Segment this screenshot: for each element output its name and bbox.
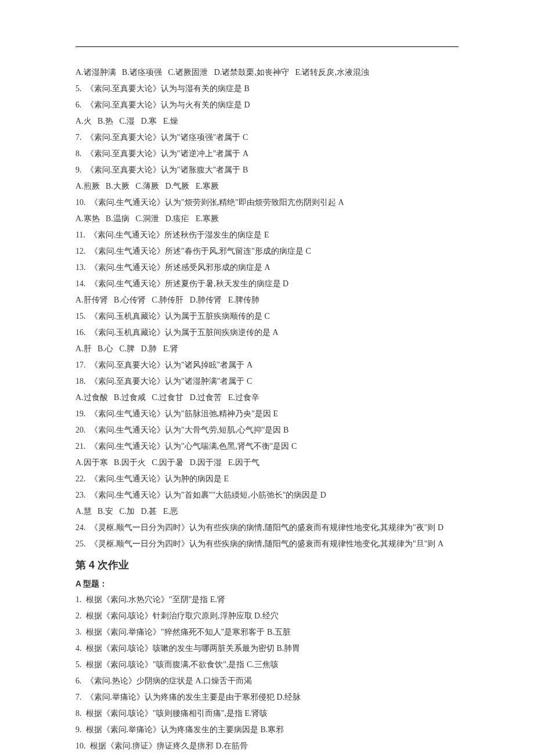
content-block-2: 1. 根据《素问.水热穴论》"至阴"是指 E.肾 2. 根据《素问.咳论》针刺治…	[75, 592, 459, 756]
text-line: 18. 《素问.至真要大论》认为"诸湿肿满"者属于 C	[75, 373, 459, 390]
text-line: A.寒热 B.温病 C.洞泄 D.痎疟 E.寒厥	[75, 211, 459, 227]
text-line: 7. 《素问.至真要大论》认为"诸痉项强"者属于 C	[75, 129, 459, 146]
text-line: 8. 根据《素问.咳论》"咳则腰痛相引而痛",是指 E.肾咳	[75, 705, 459, 722]
text-line: 24. 《灵枢.顺气一日分为四时》认为有些疾病的病情,随阳气的盛衰而有规律性地变…	[75, 520, 459, 536]
text-line: 9. 根据《素问.举痛论》认为疼痛发生的主要病因是 B.寒邪	[75, 722, 459, 738]
text-line: A.过食酸 B.过食咸 C.过食甘 D.过食苦 E.过食辛	[75, 390, 459, 406]
question-type-heading: A 型题：	[75, 575, 459, 592]
text-line: 1. 根据《素问.水热穴论》"至阴"是指 E.肾	[75, 592, 459, 608]
text-line: 2. 根据《素问.咳论》针刺治疗取穴原则,浮肿应取 D.经穴	[75, 608, 459, 624]
text-line: 6. 《素问.热论》少阴病的症状是 A.口燥舌干而渴	[75, 673, 459, 689]
text-line: 7. 《素问.举痛论》认为疼痛的发生主要是由于寒邪侵犯 D.经脉	[75, 689, 459, 705]
text-line: A.因于寒 B.因于火 C.因于暑 D.因于湿 E.因于气	[75, 455, 459, 471]
text-line: 25. 《灵枢.顺气一日分为四时》认为有些疾病的病情,随阳气的盛衰而有规律性地变…	[75, 536, 459, 552]
text-line: 4. 根据《素问.咳论》咳嗽的发生与哪两脏关系最为密切 B.肺胃	[75, 640, 459, 657]
text-line: 10. 《素问.生气通天论》认为"烦劳则张,精绝"即由烦劳致阳亢伤阴则引起 A	[75, 195, 459, 211]
text-line: 19. 《素问.生气通天论》认为"筋脉沮弛,精神乃央"是因 E	[75, 406, 459, 422]
text-line: 10. 根据《素问.痹证》痹证疼久是痹邪 D.在筋骨	[75, 738, 459, 754]
text-line: 8. 《素问.至真要大论》认为"诸逆冲上"者属于 A	[75, 146, 459, 162]
text-line: A.慧 B.安 C.加 D.甚 E.恶	[75, 503, 459, 520]
text-line: 9. 《素问.至真要大论》认为"诸胀腹大"者属于 B	[75, 162, 459, 178]
document-page: A.诸湿肿满 B.诸痉项强 C.诸厥固泄 D.诸禁鼓栗,如丧神守 E.诸转反戾,…	[0, 0, 534, 756]
assignment-heading: 第 4 次作业	[75, 555, 459, 575]
text-line: 16. 《素问.玉机真藏论》认为属于五脏间疾病逆传的是 A	[75, 325, 459, 341]
text-line: 22. 《素问.生气通天论》认为肿的病因是 E	[75, 471, 459, 487]
top-rule	[75, 46, 459, 47]
text-line: 15. 《素问.玉机真藏论》认为属于五脏疾病顺传的是 C	[75, 308, 459, 325]
text-line: 23. 《素问.生气通天论》认为"首如裹""大筋緛短,小筋弛长"的病因是 D	[75, 487, 459, 503]
text-line: A.火 B.热 C.湿 D.寒 E.燥	[75, 113, 459, 129]
text-line: 14. 《素问.生气通天论》所述夏伤于暑,秋天发生的病症是 D	[75, 276, 459, 292]
text-line: 5. 根据《素问.咳论》"咳而腹满,不欲食饮",是指 C.三焦咳	[75, 657, 459, 673]
text-line: 17. 《素问.至真要大论》认为"诸风掉眩"者属于 A	[75, 357, 459, 373]
text-line: A.肝传肾 B.心传肾 C.肺传肝 D.肺传肾 E.脾传肺	[75, 292, 459, 308]
text-line: 5. 《素问.至真要大论》认为与湿有关的病症是 B	[75, 81, 459, 97]
content-block-1: A.诸湿肿满 B.诸痉项强 C.诸厥固泄 D.诸禁鼓栗,如丧神守 E.诸转反戾,…	[75, 64, 459, 552]
text-line: 21. 《素问.生气通天论》认为"心气喘满,色黑,肾气不衡"是因 C	[75, 438, 459, 455]
text-line: 3. 根据《素问.举痛论》"猝然痛死不知人"是寒邪客于 B.五脏	[75, 624, 459, 640]
text-line: 6. 《素问.至真要大论》认为与火有关的病症是 D	[75, 97, 459, 113]
text-line: 13. 《素问.生气通天论》所述感受风邪形成的病症是 A	[75, 260, 459, 276]
text-line: A.肝 B.心 C.脾 D.肺 E.肾	[75, 341, 459, 357]
text-line: 20. 《素问.生气通天论》认为"大骨气劳,短肌,心气抑"是因 B	[75, 422, 459, 438]
text-line: A.诸湿肿满 B.诸痉项强 C.诸厥固泄 D.诸禁鼓栗,如丧神守 E.诸转反戾,…	[75, 64, 459, 81]
text-line: 12. 《素问.生气通天论》所述"春伤于风,邪气留连"形成的病症是 C	[75, 243, 459, 260]
text-line: 11. 《素问.生气通天论》所述秋伤于湿发生的病症是 E	[75, 227, 459, 243]
text-line: A.煎厥 B.大厥 C.薄厥 D.气厥 E.寒厥	[75, 178, 459, 195]
